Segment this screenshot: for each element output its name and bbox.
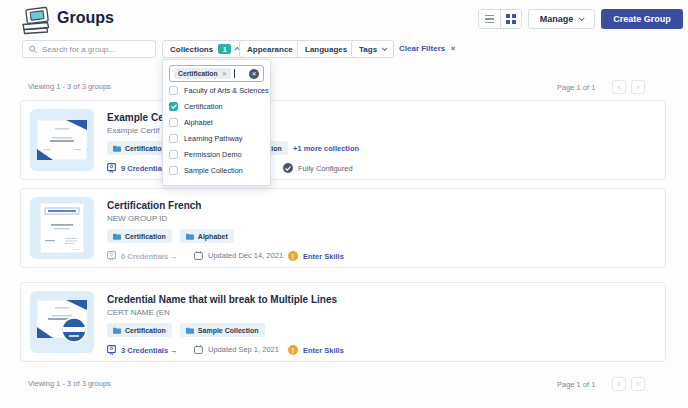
manage-button[interactable]: Manage: [528, 9, 595, 29]
folder-icon: [113, 145, 121, 152]
certificate-thumbnail: [30, 109, 94, 171]
page-title: Groups: [57, 9, 114, 27]
option-faculty-of-arts-and-sciences[interactable]: Faculty of Arts & Sciences: [169, 83, 264, 98]
prev-page-button[interactable]: ‹: [612, 80, 626, 94]
page-indicator-bottom: Page 1 of 1: [557, 380, 595, 389]
prev-page-button[interactable]: ‹: [612, 377, 626, 391]
certificate-thumbnail: [30, 197, 94, 259]
credentials-link: 0 Credentials →: [107, 251, 178, 261]
updated-date: Updated Sep 1, 2021: [194, 345, 279, 354]
clear-filters-link[interactable]: Clear Filters ✕: [399, 44, 456, 53]
checkbox-unchecked[interactable]: [169, 150, 178, 159]
collections-tag-input[interactable]: Certification ✕ ✕: [169, 65, 264, 82]
check-icon: [283, 163, 293, 173]
enter-skills-link[interactable]: ! Enter Skills: [288, 251, 344, 261]
search-input[interactable]: [42, 45, 149, 54]
collections-count-badge: 1: [218, 44, 231, 54]
groups-page: Groups Manage Create Group Collections 1…: [0, 0, 688, 408]
search-icon: [29, 45, 37, 54]
viewing-count-top: Viewing 1 - 3 of 3 groups: [28, 82, 111, 91]
list-view-icon[interactable]: [479, 10, 500, 28]
group-card-certification-french[interactable]: Certification French NEW GROUP ID Certif…: [20, 188, 666, 268]
credential-icon: [107, 251, 116, 261]
viewing-count-bottom: Viewing 1 - 3 of 3 groups: [28, 379, 111, 388]
credentials-link[interactable]: 9 Credentials: [107, 163, 168, 173]
collection-badge: Sample Collection: [180, 323, 265, 337]
warning-icon: !: [288, 251, 298, 261]
group-search[interactable]: [22, 40, 156, 58]
chevron-down-icon: [579, 15, 585, 21]
clear-input-icon[interactable]: ✕: [249, 69, 259, 79]
option-sample-collection[interactable]: Sample Collection: [169, 163, 264, 178]
more-collections-link[interactable]: +1 more collection: [293, 144, 359, 153]
option-permission-demo[interactable]: Permission Demo: [169, 147, 264, 162]
selected-collection-chip: Certification ✕: [174, 68, 231, 79]
credential-icon: [107, 345, 116, 355]
remove-chip-icon[interactable]: ✕: [222, 70, 227, 77]
group-title: Certification French: [107, 200, 655, 211]
grid-view-icon[interactable]: [500, 10, 522, 28]
credentials-link[interactable]: 3 Credentials →: [107, 345, 178, 355]
calendar-icon: [194, 251, 203, 260]
checkbox-unchecked[interactable]: [169, 166, 178, 175]
enter-skills-link[interactable]: ! Enter Skills: [288, 345, 344, 355]
checkbox-checked[interactable]: [169, 102, 178, 111]
group-subtitle: CERT NAME (EN: [107, 308, 655, 317]
checkbox-unchecked[interactable]: [169, 134, 178, 143]
status-fully-configured: Fully Configured: [283, 163, 353, 173]
chevron-down-icon: [382, 45, 388, 51]
folder-icon: [186, 233, 194, 240]
page-indicator-top: Page 1 of 1: [557, 83, 595, 92]
group-subtitle: NEW GROUP ID: [107, 214, 655, 223]
tags-filter-button[interactable]: Tags: [351, 40, 394, 58]
option-alphabet[interactable]: Alphabet: [169, 115, 264, 130]
group-card-example-cert[interactable]: Example Cert Example Certif Certificatio…: [20, 100, 666, 180]
view-toggle: [478, 9, 522, 29]
folder-icon: [113, 233, 121, 240]
checkbox-unchecked[interactable]: [169, 118, 178, 127]
folder-icon: [113, 327, 121, 334]
option-certification[interactable]: Certification: [169, 99, 264, 114]
collection-badge: Certification: [107, 229, 172, 243]
collections-dropdown: Certification ✕ ✕ Faculty of Arts & Scie…: [162, 59, 271, 186]
next-page-button[interactable]: ›: [631, 80, 645, 94]
next-page-button[interactable]: ›: [631, 377, 645, 391]
folder-icon: [186, 327, 194, 334]
collection-badge: Alphabet: [180, 229, 234, 243]
collection-badge: Certification: [107, 323, 172, 337]
warning-icon: !: [288, 345, 298, 355]
groups-logo-icon: [20, 5, 53, 39]
updated-date: Updated Dec 14, 2021: [194, 251, 283, 260]
text-cursor: [234, 69, 235, 78]
collections-filter-button[interactable]: Collections 1: [162, 40, 248, 58]
create-group-button[interactable]: Create Group: [601, 9, 683, 29]
calendar-icon: [194, 345, 203, 354]
certificate-thumbnail: [30, 291, 94, 353]
group-card-credential-name[interactable]: Credential Name that will break to Multi…: [20, 282, 666, 362]
close-icon: ✕: [450, 45, 456, 53]
credential-icon: [107, 163, 116, 173]
group-title: Credential Name that will break to Multi…: [107, 294, 655, 305]
checkbox-unchecked[interactable]: [169, 86, 178, 95]
option-learning-pathway[interactable]: Learning Pathway: [169, 131, 264, 146]
